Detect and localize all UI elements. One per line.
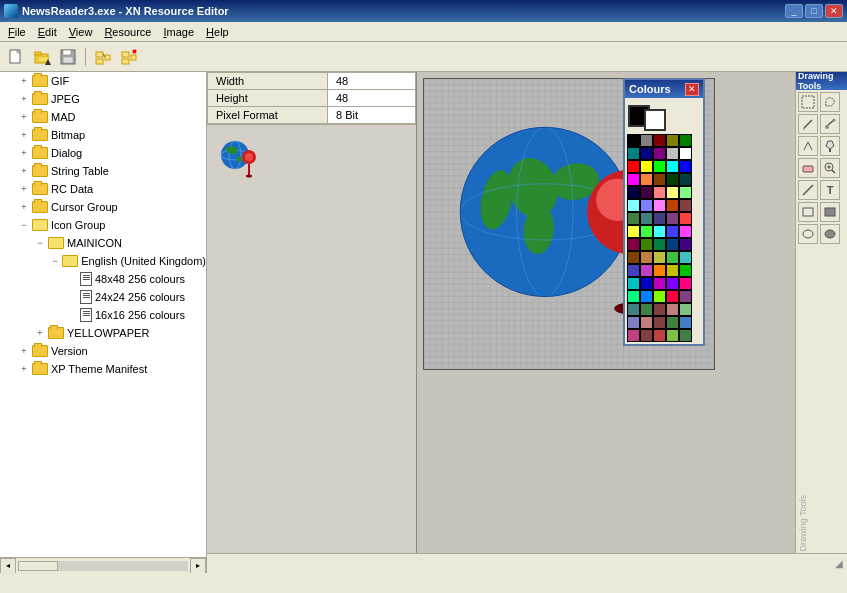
colour-swatch[interactable] (653, 277, 666, 290)
select-rect-tool[interactable] (798, 92, 818, 112)
paint-bucket-tool[interactable] (820, 136, 840, 156)
colour-swatch[interactable] (679, 212, 692, 225)
menu-image[interactable]: Image (157, 24, 200, 40)
tree-item-gif[interactable]: + GIF (0, 72, 206, 90)
canvas-area[interactable]: Colours ✕ (417, 72, 795, 553)
expand-yellowpaper[interactable]: + (32, 325, 48, 341)
ellipse-outline-tool[interactable] (798, 224, 818, 244)
colour-swatch[interactable] (653, 303, 666, 316)
colour-swatch[interactable] (666, 147, 679, 160)
ellipse-fill-tool[interactable] (820, 224, 840, 244)
colour-swatch[interactable] (679, 173, 692, 186)
colour-swatch[interactable] (640, 277, 653, 290)
colour-swatch[interactable] (627, 212, 640, 225)
scroll-left-btn[interactable]: ◂ (0, 558, 16, 574)
colour-swatch[interactable] (640, 134, 653, 147)
colour-swatch[interactable] (653, 316, 666, 329)
scroll-thumb[interactable] (18, 561, 58, 571)
pen-tool[interactable] (798, 136, 818, 156)
save-button[interactable] (56, 46, 80, 68)
tree-item-48x48[interactable]: + 48x48 256 colours (0, 270, 206, 288)
colour-swatch[interactable] (666, 199, 679, 212)
colour-swatch[interactable] (627, 238, 640, 251)
scroll-right-btn[interactable]: ▸ (190, 558, 206, 574)
colour-swatch[interactable] (679, 303, 692, 316)
expand-stringtable[interactable]: + (16, 163, 32, 179)
expand-gif[interactable]: + (16, 73, 32, 89)
menu-file[interactable]: File (2, 24, 32, 40)
colour-swatch[interactable] (627, 186, 640, 199)
menu-edit[interactable]: Edit (32, 24, 63, 40)
expand-mainicon[interactable]: − (32, 235, 48, 251)
colour-swatch[interactable] (640, 329, 653, 342)
colour-swatch[interactable] (666, 134, 679, 147)
colour-swatch[interactable] (640, 303, 653, 316)
expand-rcdata[interactable]: + (16, 181, 32, 197)
rect-outline-tool[interactable] (798, 202, 818, 222)
colour-swatch[interactable] (679, 186, 692, 199)
tree-panel[interactable]: + GIF + JPEG + MAD + Bitmap (0, 72, 207, 573)
colour-swatch[interactable] (679, 290, 692, 303)
tree-item-xptheme[interactable]: + XP Theme Manifest (0, 360, 206, 378)
colour-swatch[interactable] (653, 225, 666, 238)
eraser-tool[interactable] (798, 158, 818, 178)
colour-swatch[interactable] (627, 251, 640, 264)
colour-swatch[interactable] (627, 160, 640, 173)
colour-swatch[interactable] (653, 329, 666, 342)
expand-mad[interactable]: + (16, 109, 32, 125)
colour-swatch[interactable] (679, 264, 692, 277)
colour-swatch[interactable] (653, 160, 666, 173)
colour-swatch[interactable] (679, 225, 692, 238)
tree-item-rcdata[interactable]: + RC Data (0, 180, 206, 198)
colour-swatch[interactable] (627, 134, 640, 147)
expand-version[interactable]: + (16, 343, 32, 359)
colour-swatch[interactable] (666, 329, 679, 342)
colour-swatch[interactable] (666, 316, 679, 329)
tree-item-icongroup[interactable]: − Icon Group (0, 216, 206, 234)
tree-item-dialog[interactable]: + Dialog (0, 144, 206, 162)
resource-button[interactable] (91, 46, 115, 68)
colour-swatch[interactable] (653, 173, 666, 186)
eyedropper-tool[interactable] (820, 114, 840, 134)
expand-xptheme[interactable]: + (16, 361, 32, 377)
colour-swatch[interactable] (653, 199, 666, 212)
colour-swatch[interactable] (640, 290, 653, 303)
background-colour[interactable] (644, 109, 666, 131)
expand-english[interactable]: − (48, 253, 62, 269)
colour-swatch[interactable] (627, 147, 640, 160)
colour-swatch[interactable] (627, 225, 640, 238)
colour-swatch[interactable] (640, 264, 653, 277)
delete-button[interactable] (117, 46, 141, 68)
colour-swatch[interactable] (666, 277, 679, 290)
colour-swatch[interactable] (627, 277, 640, 290)
zoom-tool[interactable] (820, 158, 840, 178)
expand-icongroup[interactable]: − (16, 217, 32, 233)
colour-swatch[interactable] (653, 251, 666, 264)
colour-swatch[interactable] (679, 134, 692, 147)
colour-swatch[interactable] (627, 290, 640, 303)
expand-bitmap[interactable]: + (16, 127, 32, 143)
colour-swatch[interactable] (679, 238, 692, 251)
tree-item-cursorgroup[interactable]: + Cursor Group (0, 198, 206, 216)
colour-swatch[interactable] (653, 290, 666, 303)
select-freehand-tool[interactable] (820, 92, 840, 112)
colour-swatch[interactable] (640, 199, 653, 212)
colour-swatch[interactable] (666, 173, 679, 186)
tree-item-stringtable[interactable]: + String Table (0, 162, 206, 180)
colour-swatch[interactable] (653, 134, 666, 147)
colour-swatch[interactable] (640, 147, 653, 160)
colour-swatch[interactable] (640, 173, 653, 186)
expand-jpeg[interactable]: + (16, 91, 32, 107)
pencil-tool[interactable] (798, 114, 818, 134)
colour-swatch[interactable] (666, 225, 679, 238)
colour-swatch[interactable] (627, 264, 640, 277)
colour-swatch[interactable] (627, 329, 640, 342)
colour-swatch[interactable] (679, 316, 692, 329)
maximize-button[interactable]: □ (805, 4, 823, 18)
tree-item-english[interactable]: − English (United Kingdom) (0, 252, 206, 270)
tree-item-version[interactable]: + Version (0, 342, 206, 360)
colour-swatch[interactable] (640, 225, 653, 238)
colour-swatch[interactable] (653, 238, 666, 251)
colour-swatch[interactable] (666, 264, 679, 277)
colour-swatch[interactable] (666, 212, 679, 225)
